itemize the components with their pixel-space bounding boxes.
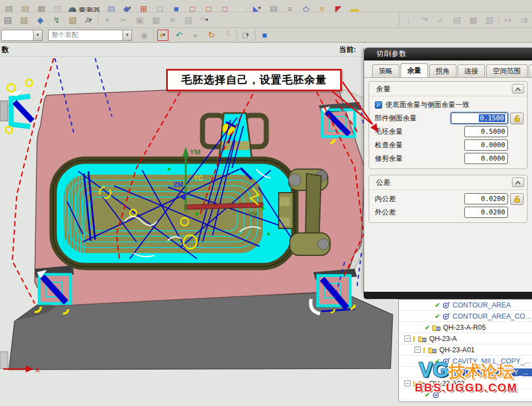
tree-row[interactable]: − ✔ ! QH-23-A-R05 [399,322,532,333]
shop-doc-icon[interactable]: ▥ [484,15,495,26]
dialog-tab[interactable]: 余量 [401,63,428,78]
diamond-outline-icon[interactable]: ◇▼ [300,1,312,12]
save-part-icon[interactable]: ▦ [36,1,47,12]
chevron-down-icon[interactable]: ▼ [123,30,131,40]
outer-tolerance-input[interactable]: 0.0200 [464,207,508,218]
dialog-bottom-bar[interactable] [364,292,532,299]
binoculars-icon[interactable]: ◉ [139,30,150,41]
collapse-expander-icon[interactable]: − [415,347,421,353]
red-cube-1-icon[interactable]: □▼ [187,1,198,12]
geometry-cube-icon[interactable]: ▧▼ [67,15,78,26]
undo-icon[interactable]: ↶▼ [173,30,185,41]
layers-icon[interactable]: ▨▼ [18,15,30,26]
tree-list-icon[interactable]: ≡▼ [284,1,295,12]
dialog-title-bar[interactable]: 切削参数 [364,48,532,60]
bottom-right-corner-notch [310,269,357,314]
sheet-icon[interactable]: ▤▼ [268,1,279,12]
pan-icon[interactable]: ●▼ [190,30,201,41]
paste-operation-icon[interactable]: ▦▼ [150,15,162,26]
shaded-view-cube-icon[interactable]: ■ [259,30,270,41]
measure-tool-button[interactable]: 量测器 [69,1,100,12]
blank-swatch-icon[interactable]: ■▼ [236,1,247,12]
create-tool-icon[interactable]: ◆▼ [35,15,46,26]
selection-scope-combo[interactable]: 整个装配 ▼ [48,30,132,41]
part-side-stock-input[interactable]: 0.1500 [451,113,508,124]
toolbar-separator [399,15,399,26]
tree-row[interactable]: − ✔ ! QH-23-A [399,333,532,344]
ruler-icon[interactable]: ▬▼ [349,1,360,12]
tree-row[interactable]: − ✔ ! CONTOUR_AREA_CO... [399,311,532,322]
red-grid-icon[interactable]: ⊞▼ [138,1,149,12]
collapse-button[interactable] [512,84,524,94]
edit-operation-icon[interactable]: ⌖▼ [102,15,113,26]
collapse-expander-icon[interactable]: − [404,380,411,386]
check-stock-input[interactable]: 0.0000 [464,139,508,151]
chevron-down-icon[interactable]: ▼ [33,30,42,40]
dialog-tab[interactable]: 更多 [529,64,532,77]
unlock-icon[interactable] [510,113,524,124]
milling-operation-icon [442,312,450,320]
dropdown-caret-icon[interactable]: ▼ [88,18,93,22]
key-icon[interactable]: ¤▼ [317,1,328,12]
robot-arm-icon[interactable]: ↯▼ [51,15,62,26]
selection-filter-combo[interactable]: ▼ [1,30,43,41]
new-part-icon[interactable]: ▧ [3,1,15,12]
open-part-icon[interactable]: ▨ [20,1,31,12]
tree-row[interactable]: − ✔ ! CAVITY_MILL_COPY_... [399,356,532,367]
object-info-icon[interactable]: ▤▼ [183,15,194,26]
cut-operation-icon[interactable]: ✂▼ [118,15,129,26]
inner-tolerance-input[interactable]: 0.0200 [464,193,508,204]
milling-operation-icon [442,301,450,309]
blue-cube-icon[interactable]: ■▼ [171,1,182,12]
rectangle-select-icon[interactable]: □▼ [241,30,252,41]
program-group-icon [428,346,437,353]
assembly-navigator-icon[interactable]: ▤▼ [2,15,13,26]
machine-simulate-icon[interactable]: ▦ [468,15,479,26]
red-cube-3-icon[interactable]: □▼ [219,1,230,12]
list-toolpath-icon[interactable]: ▤ [451,15,463,26]
generate-toolpath-icon[interactable]: ↓ [403,15,414,26]
copy-operation-icon[interactable]: ▣▼ [134,15,145,26]
toolbar-separator [498,15,499,26]
dropdown-caret-icon[interactable]: ▼ [246,33,250,38]
inner-tolerance-label: 内公差 [375,194,464,204]
tree-row[interactable]: − ✔ ! [399,389,532,400]
xm-axis-label: XM [248,211,258,217]
rotate-view-icon[interactable]: ↻▼ [206,30,217,41]
collapse-expander-icon[interactable]: − [404,335,411,342]
replay-toolpath-icon[interactable]: ↷ [419,15,430,26]
dialog-tab[interactable]: 空间范围 [486,64,528,77]
gray-cube-icon[interactable]: □▼ [154,1,166,12]
red-flag-icon[interactable]: ◤▼ [333,1,344,12]
transform-operation-icon[interactable]: ↷▼ [199,15,210,26]
snap-point-icon[interactable]: ⌖▼ [157,30,168,41]
dropdown-caret-icon[interactable]: ▼ [128,6,132,11]
sphere-icon [69,7,76,12]
dropdown-caret-icon[interactable]: ▼ [257,6,262,11]
verify-toolpath-icon[interactable]: ✓ [435,15,446,26]
trim-stock-input[interactable]: 0.0000 [464,153,508,164]
tree-row[interactable]: − ✔ ! CONTOUR_AREA [399,300,532,311]
tree-row[interactable]: − ✔ ! CAVITY_MILL_COPY_... [399,367,532,378]
tree-row[interactable]: − ✔ ! QH-23-A02 [399,378,532,389]
curve-hook-icon[interactable]: ╰▼ [222,30,233,41]
unlock-icon[interactable] [510,193,524,205]
red-cube-2-icon[interactable]: □▼ [203,1,214,12]
sketch-diamond-icon[interactable]: ◆▼ [122,1,133,12]
abc-annotation-icon[interactable]: A▼ [83,15,95,26]
form-list-icon[interactable]: ▤▼ [106,1,117,12]
same-bottom-side-stock-checkbox[interactable]: ✓ [375,101,382,109]
tree-row[interactable]: − ✔ ! QH-23-A01 [399,344,532,356]
collapse-button[interactable] [512,178,524,187]
dropdown-caret-icon[interactable]: ▼ [162,33,166,38]
dialog-tab[interactable]: 拐角 [429,64,456,77]
output-clsf-icon[interactable]: ↦ [502,15,514,26]
dropdown-caret-icon[interactable]: ▼ [205,18,209,22]
delete-operation-icon[interactable]: ✕▼ [167,15,178,26]
blue-flag-icon[interactable]: ◣▼ [252,1,263,12]
blank-stock-input[interactable]: 0.5000 [464,126,508,137]
batch-process-icon[interactable]: ⇉ [519,15,530,26]
dialog-tab[interactable]: 连接 [458,64,485,77]
print-icon[interactable]: ◫ [52,1,63,12]
dialog-tab[interactable]: 策略 [372,64,399,77]
